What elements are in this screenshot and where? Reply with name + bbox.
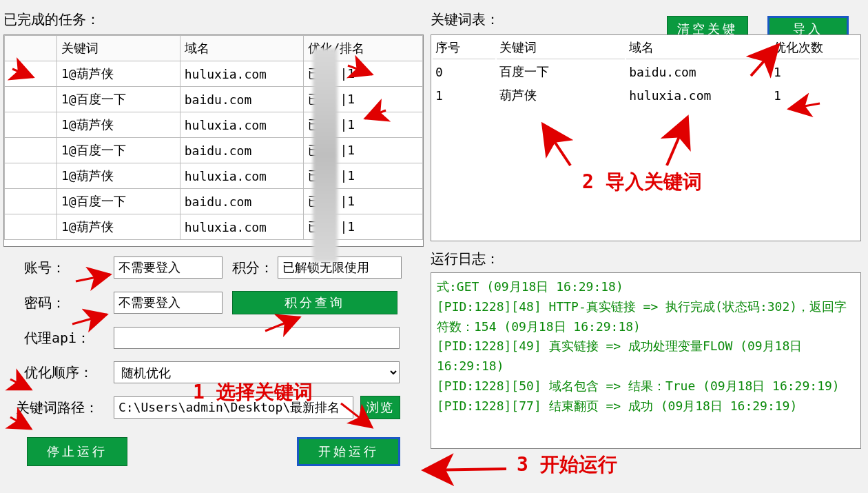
- cell: huluxia.com: [180, 112, 303, 138]
- cell: [5, 61, 57, 87]
- cell: 1: [771, 84, 859, 106]
- cell: 百度一下: [497, 61, 626, 83]
- cell: baidu.com: [180, 138, 303, 163]
- cell: 0: [433, 61, 495, 83]
- cell: baidu.com: [180, 87, 303, 112]
- log-line: [PID:1228][49] 真实链接 => 成功处理变量FLOW (09月18…: [437, 336, 855, 376]
- table-row[interactable]: 1@百度一下baidu.com已优 |1: [5, 189, 423, 214]
- cell: 1@百度一下: [56, 87, 180, 112]
- cell: [5, 87, 57, 112]
- keyword-path-input[interactable]: [114, 396, 353, 419]
- optimize-order-label: 优化顺序：: [3, 363, 114, 382]
- table-row[interactable]: 1@百度一下baidu.com已优 |1: [5, 138, 423, 163]
- col-keyword[interactable]: 关键词: [56, 36, 180, 61]
- keyword-table-wrap: 序号 关键词 域名 优化次数 0百度一下baidu.com11葫芦侠huluxi…: [431, 34, 861, 241]
- col-blank[interactable]: [5, 36, 57, 61]
- cell: 1: [433, 84, 495, 106]
- stop-button[interactable]: 停止运行: [27, 437, 127, 466]
- col-opt-count[interactable]: 优化次数: [771, 37, 859, 59]
- cell: [5, 138, 57, 163]
- annotation-step3: 3 开始运行: [517, 452, 617, 478]
- cell: 1@葫芦侠: [56, 163, 180, 189]
- svg-line-13: [424, 469, 506, 470]
- points-query-button[interactable]: 积分查询: [232, 291, 397, 314]
- proxy-api-label: 代理api：: [3, 329, 114, 348]
- cell: baidu.com: [180, 189, 303, 214]
- log-line: [PID:1228][77] 结束翻页 => 成功 (09月18日 16:29:…: [437, 396, 855, 416]
- col-keyword[interactable]: 关键词: [497, 37, 626, 59]
- points-input[interactable]: [278, 256, 402, 279]
- cell: [5, 214, 57, 240]
- cell: huluxia.com: [626, 84, 769, 106]
- col-index[interactable]: 序号: [433, 37, 495, 59]
- col-domain[interactable]: 域名: [626, 37, 769, 59]
- log-line: [PID:1228][50] 域名包含 => 结果：True (09月18日 1…: [437, 376, 855, 396]
- cell: [5, 163, 57, 189]
- start-button[interactable]: 开始运行: [297, 437, 400, 466]
- points-label: 积分：: [232, 259, 273, 277]
- cell: 1@葫芦侠: [56, 112, 180, 138]
- table-row[interactable]: 0百度一下baidu.com1: [433, 61, 859, 83]
- cell: [5, 189, 57, 214]
- cell: 1@百度一下: [56, 189, 180, 214]
- table-header-row: 关键词 域名 优化/排名: [5, 36, 423, 61]
- log-line: 式:GET (09月18日 16:29:18): [437, 277, 855, 297]
- cell: [5, 112, 57, 138]
- cell: 1@葫芦侠: [56, 61, 180, 87]
- table-row[interactable]: 1@葫芦侠huluxia.com已优 |1: [5, 61, 423, 87]
- keyword-table-scroll[interactable]: 序号 关键词 域名 优化次数 0百度一下baidu.com11葫芦侠huluxi…: [431, 35, 860, 241]
- password-label: 密码：: [3, 294, 114, 312]
- table-row[interactable]: 1@葫芦侠huluxia.com已优 |1: [5, 214, 423, 240]
- completed-tasks-table: 关键词 域名 优化/排名 1@葫芦侠huluxia.com已优 |11@百度一下…: [4, 35, 423, 240]
- cell: 1@百度一下: [56, 138, 180, 163]
- completed-tasks-scroll[interactable]: 关键词 域名 优化/排名 1@葫芦侠huluxia.com已优 |11@百度一下…: [4, 35, 423, 246]
- log-line: [PID:1228][48] HTTP-真实链接 => 执行完成(状态码:302…: [437, 297, 855, 337]
- table-row[interactable]: 1@葫芦侠huluxia.com已优 |1: [5, 112, 423, 138]
- table-header-row: 序号 关键词 域名 优化次数: [433, 37, 859, 59]
- cell: 葫芦侠: [497, 84, 626, 106]
- cell: 1@葫芦侠: [56, 214, 180, 240]
- completed-tasks-label: 已完成的任务：: [3, 10, 424, 29]
- completed-tasks-table-wrap: 关键词 域名 优化/排名 1@葫芦侠huluxia.com已优 |11@百度一下…: [3, 34, 424, 247]
- log-textarea[interactable]: 式:GET (09月18日 16:29:18)[PID:1228][48] HT…: [431, 272, 861, 449]
- blur-overlay: [313, 48, 338, 262]
- account-label: 账号：: [3, 259, 114, 277]
- log-label: 运行日志：: [431, 250, 861, 268]
- table-row[interactable]: 1@百度一下baidu.com已优 |1: [5, 87, 423, 112]
- cell: 1: [771, 61, 859, 83]
- browse-button[interactable]: 浏览: [360, 396, 400, 419]
- account-input[interactable]: [114, 256, 223, 279]
- password-input[interactable]: [114, 292, 223, 314]
- cell: huluxia.com: [180, 163, 303, 189]
- table-row[interactable]: 1葫芦侠huluxia.com1: [433, 84, 859, 106]
- optimize-order-select[interactable]: 随机优化: [114, 361, 400, 383]
- keyword-path-label: 关键词路径：: [3, 399, 114, 417]
- proxy-api-input[interactable]: [114, 327, 400, 349]
- table-row[interactable]: 1@葫芦侠huluxia.com已优 |1: [5, 163, 423, 189]
- cell: baidu.com: [626, 61, 769, 83]
- col-domain[interactable]: 域名: [180, 36, 303, 61]
- cell: huluxia.com: [180, 214, 303, 240]
- keyword-table: 序号 关键词 域名 优化次数 0百度一下baidu.com11葫芦侠huluxi…: [431, 35, 860, 108]
- cell: huluxia.com: [180, 61, 303, 87]
